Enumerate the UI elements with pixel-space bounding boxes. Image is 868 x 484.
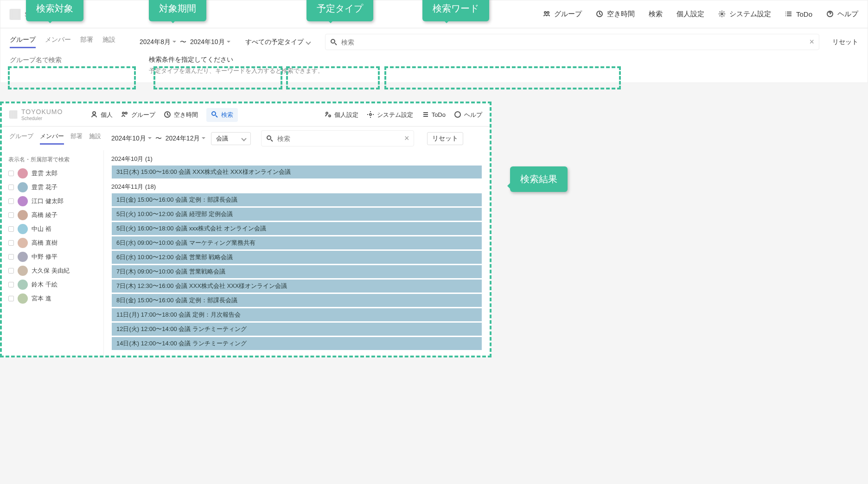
search-icon-2 [211, 111, 219, 119]
event-row[interactable]: 1日(金) 15:00〜16:00 会議 定例：部課長会議 [111, 193, 482, 207]
svg-point-0 [544, 12, 546, 13]
member-name: 宮本 進 [32, 294, 51, 303]
nav2-system-settings[interactable]: システム設定 [367, 111, 413, 119]
nav2-individual[interactable]: 個人 [90, 111, 113, 119]
event-row[interactable]: 7日(木) 12:30〜16:00 会議 XXX株式会社 XXX様オンライン会議 [111, 279, 482, 293]
svg-point-12 [329, 115, 331, 117]
checkbox[interactable] [8, 171, 14, 176]
event-row[interactable]: 12日(火) 12:00〜14:00 会議 ランチミーティング [111, 322, 482, 336]
event-row[interactable]: 6日(水) 10:00〜12:00 会議 営業部 戦略会議 [111, 250, 482, 264]
period2-sep: 〜 [155, 134, 162, 143]
nav-system-settings[interactable]: システム設定 [718, 10, 771, 19]
checkbox[interactable] [8, 212, 14, 218]
nav-2-right: 個人設定 システム設定 ToDo ヘルプ [324, 111, 482, 119]
member-row[interactable]: 江口 健太郎 [8, 196, 97, 206]
nav-group[interactable]: グループ [543, 10, 582, 19]
tab-group[interactable]: グループ [10, 36, 36, 48]
nav-help[interactable]: ヘルプ [826, 10, 858, 19]
nav2-help-label: ヘルプ [464, 111, 482, 119]
checkbox[interactable] [8, 282, 14, 287]
type-selector[interactable]: すべての予定タイプ [241, 36, 315, 48]
svg-point-3 [721, 13, 723, 15]
filter-tabs-2: グループ メンバー 部署 施設 [9, 132, 101, 145]
event-row[interactable]: 5日(火) 10:00〜12:00 会議 経理部 定例会議 [111, 207, 482, 221]
nav2-todo-label: ToDo [432, 111, 446, 118]
tab-department[interactable]: 部署 [80, 36, 93, 48]
checkbox[interactable] [8, 226, 14, 232]
reset-button[interactable]: リセット [832, 38, 858, 46]
tab2-department[interactable]: 部署 [70, 132, 83, 145]
member-row[interactable]: 高橋 直樹 [8, 238, 97, 248]
clock-icon-2 [164, 111, 172, 119]
avatar [18, 224, 28, 234]
event-row[interactable]: 6日(水) 09:00〜10:00 会議 マーケティング業務共有 [111, 236, 482, 250]
tab-facility[interactable]: 施設 [102, 36, 115, 48]
nav-personal-settings[interactable]: 個人設定 [677, 10, 704, 19]
nav2-personal-settings[interactable]: 個人設定 [324, 111, 358, 119]
reset-button-2[interactable]: リセット [427, 132, 463, 145]
member-name: 大久保 美由紀 [32, 267, 70, 275]
event-row[interactable]: 7日(木) 09:00〜10:00 会議 営業戦略会議 [111, 265, 482, 279]
search-input-2[interactable] [277, 135, 400, 142]
member-row[interactable]: 中野 修平 [8, 252, 97, 262]
svg-point-10 [212, 112, 216, 115]
nav2-personal-settings-label: 個人設定 [334, 111, 358, 119]
member-row[interactable]: 豊雲 太郎 [8, 168, 97, 178]
period2-from[interactable]: 2024年10月 [111, 134, 152, 143]
nav-todo[interactable]: ToDo [785, 10, 812, 19]
member-row[interactable]: 大久保 美由紀 [8, 266, 97, 276]
member-row[interactable]: 鈴木 千絵 [8, 280, 97, 290]
checkbox[interactable] [8, 268, 14, 274]
member-row[interactable]: 高橋 綾子 [8, 210, 97, 220]
tab2-member[interactable]: メンバー [40, 132, 64, 145]
event-row[interactable]: 31日(木) 15:00〜16:00 会議 XXX株式会社 XXX様オンライン会… [111, 165, 482, 179]
member-name: 中山 裕 [32, 225, 51, 233]
month-heading-nov: 2024年11月 (18) [111, 183, 482, 191]
nav2-search-label: 検索 [221, 111, 233, 119]
period2-to[interactable]: 2024年12月 [166, 134, 206, 143]
gear-icon [718, 10, 727, 19]
event-row[interactable]: 8日(金) 15:00〜16:00 会議 定例：部課長会議 [111, 293, 482, 307]
member-name: 豊雲 花子 [32, 183, 57, 191]
groupname-search-input[interactable] [10, 56, 91, 64]
nav: グループ 空き時間 検索 個人設定 システム設定 ToDo ヘル [543, 10, 858, 19]
avatar [18, 293, 28, 304]
nav2-search[interactable]: 検索 [206, 108, 238, 122]
member-row[interactable]: 豊雲 花子 [8, 182, 97, 192]
logo-2: TOYOKUMO Scheduler [21, 108, 63, 121]
search-input[interactable] [341, 38, 806, 46]
nav2-system-settings-label: システム設定 [377, 111, 413, 119]
period-from[interactable]: 2024年8月 [140, 38, 176, 46]
group-icon-2 [121, 111, 129, 119]
tab2-facility[interactable]: 施設 [89, 132, 101, 145]
search-box: × [325, 34, 819, 50]
event-row[interactable]: 5日(火) 16:00〜18:00 会議 xxx株式会社 オンライン会議 [111, 222, 482, 236]
member-row[interactable]: 宮本 進 [8, 293, 97, 304]
period-to[interactable]: 2024年10月 [190, 38, 230, 46]
event-row[interactable]: 11日(月) 17:00〜18:00 会議 定例：月次報告会 [111, 308, 482, 322]
hint-subtitle: 予定タイプを選んだり、キーワードを入力すると検索できます。 [149, 67, 858, 75]
nav-freetime[interactable]: 空き時間 [596, 10, 635, 19]
clear-icon-2[interactable]: × [404, 134, 409, 143]
nav2-todo[interactable]: ToDo [421, 111, 446, 119]
tab-member[interactable]: メンバー [45, 36, 71, 48]
nav2-freetime[interactable]: 空き時間 [164, 111, 198, 119]
checkbox[interactable] [8, 198, 14, 204]
type-selector-2[interactable]: 会議 [211, 132, 251, 145]
nav2-help[interactable]: ヘルプ [454, 111, 482, 119]
sidebar-search-input[interactable] [8, 156, 97, 163]
checkbox[interactable] [8, 296, 14, 301]
nav2-group[interactable]: グループ [121, 111, 155, 119]
checkbox[interactable] [8, 254, 14, 260]
checkbox[interactable] [8, 185, 14, 190]
nav-2: 個人 グループ 空き時間 検索 [90, 108, 238, 122]
callout-type: 予定タイプ [306, 0, 373, 21]
type-selector-2-label: 会議 [216, 134, 228, 143]
avatar [18, 182, 28, 192]
tab2-group[interactable]: グループ [9, 132, 33, 145]
checkbox[interactable] [8, 240, 14, 246]
event-row[interactable]: 14日(木) 12:00〜14:00 会議 ランチミーティング [111, 337, 482, 350]
member-row[interactable]: 中山 裕 [8, 224, 97, 234]
nav-search[interactable]: 検索 [649, 10, 663, 19]
clear-icon[interactable]: × [809, 37, 814, 47]
